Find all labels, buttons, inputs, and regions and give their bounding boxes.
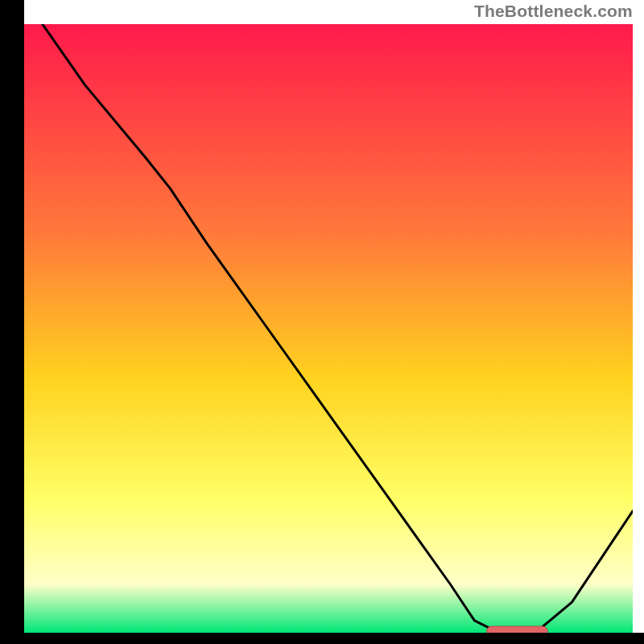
y-axis-frame — [0, 0, 24, 644]
bottleneck-chart — [0, 0, 644, 644]
chart-stage: TheBottleneck.com — [0, 0, 644, 644]
x-axis-frame — [0, 633, 644, 644]
heatmap-background — [24, 24, 633, 633]
watermark-text: TheBottleneck.com — [474, 2, 633, 21]
